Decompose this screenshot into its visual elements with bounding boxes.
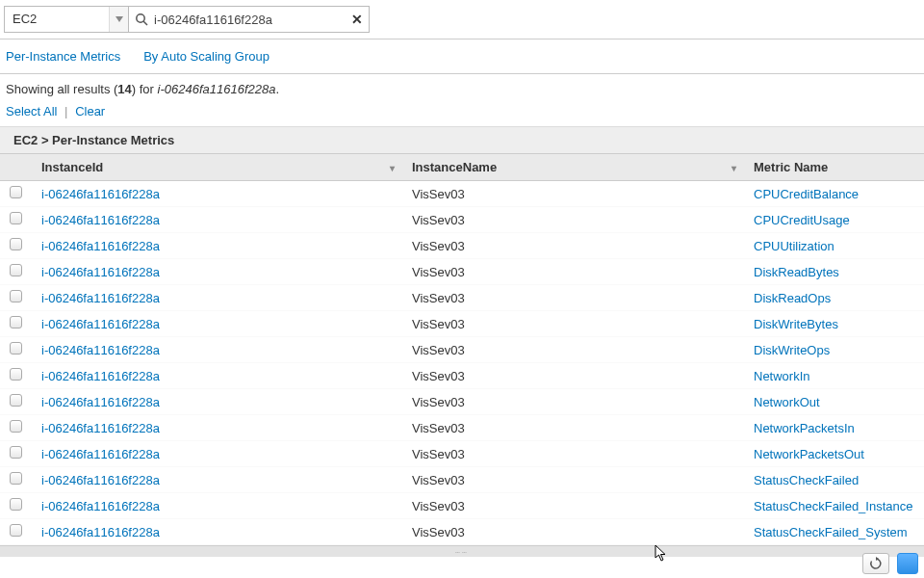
row-checkbox[interactable] bbox=[10, 446, 22, 459]
table-row[interactable]: i-06246fa11616f228aVisSev03DiskWriteOps bbox=[0, 337, 924, 363]
row-checkbox-cell bbox=[0, 415, 32, 441]
view-tabs: Per-Instance Metrics By Auto Scaling Gro… bbox=[0, 39, 924, 74]
cell-metric-name: DiskWriteOps bbox=[744, 337, 924, 363]
row-checkbox[interactable] bbox=[10, 342, 22, 355]
cell-instance-name: VisSev03 bbox=[402, 233, 744, 259]
row-checkbox[interactable] bbox=[10, 264, 22, 276]
row-checkbox-cell bbox=[0, 493, 32, 519]
metric-link[interactable]: CPUUtilization bbox=[754, 239, 834, 253]
table-header-row: InstanceId ▾ InstanceName ▾ Metric Name bbox=[0, 154, 924, 181]
svg-marker-0 bbox=[116, 16, 123, 22]
metric-link[interactable]: StatusCheckFailed_System bbox=[754, 525, 908, 539]
instance-id-link[interactable]: i-06246fa11616f228a bbox=[41, 499, 160, 513]
row-checkbox[interactable] bbox=[10, 498, 22, 511]
instance-id-link[interactable]: i-06246fa11616f228a bbox=[41, 239, 160, 253]
instance-id-link[interactable]: i-06246fa11616f228a bbox=[41, 213, 160, 227]
row-checkbox-cell bbox=[0, 311, 32, 337]
header-metric-name[interactable]: Metric Name bbox=[744, 154, 924, 181]
instance-id-link[interactable]: i-06246fa11616f228a bbox=[41, 525, 160, 539]
table-row[interactable]: i-06246fa11616f228aVisSev03DiskWriteByte… bbox=[0, 311, 924, 337]
row-checkbox-cell bbox=[0, 285, 32, 311]
horizontal-scrollbar[interactable]: ┄┄ bbox=[0, 545, 924, 557]
summary-mid: ) for bbox=[132, 82, 158, 96]
row-checkbox-cell bbox=[0, 233, 32, 259]
row-checkbox[interactable] bbox=[10, 186, 22, 198]
header-instance-name[interactable]: InstanceName ▾ bbox=[402, 154, 744, 181]
row-checkbox[interactable] bbox=[10, 238, 22, 250]
table-row[interactable]: i-06246fa11616f228aVisSev03NetworkPacket… bbox=[0, 415, 924, 441]
instance-id-link[interactable]: i-06246fa11616f228a bbox=[41, 369, 160, 383]
svg-point-1 bbox=[137, 14, 144, 22]
row-checkbox[interactable] bbox=[10, 524, 22, 537]
metric-link[interactable]: CPUCreditBalance bbox=[754, 187, 859, 201]
instance-id-link[interactable]: i-06246fa11616f228a bbox=[41, 343, 160, 357]
table-row[interactable]: i-06246fa11616f228aVisSev03CPUUtilizatio… bbox=[0, 233, 924, 259]
cell-instance-id: i-06246fa11616f228a bbox=[32, 311, 402, 337]
search-input[interactable] bbox=[154, 8, 346, 31]
row-checkbox[interactable] bbox=[10, 472, 22, 485]
header-instance-id[interactable]: InstanceId ▾ bbox=[32, 154, 402, 181]
row-checkbox-cell bbox=[0, 207, 32, 233]
metric-link[interactable]: NetworkIn bbox=[754, 369, 810, 383]
metric-link[interactable]: NetworkPacketsOut bbox=[754, 447, 864, 461]
metric-link[interactable]: StatusCheckFailed_Instance bbox=[754, 499, 912, 513]
table-row[interactable]: i-06246fa11616f228aVisSev03DiskReadBytes bbox=[0, 259, 924, 285]
table-row[interactable]: i-06246fa11616f228aVisSev03NetworkIn bbox=[0, 363, 924, 389]
table-row[interactable]: i-06246fa11616f228aVisSev03DiskReadOps bbox=[0, 285, 924, 311]
table-row[interactable]: i-06246fa11616f228aVisSev03StatusCheckFa… bbox=[0, 467, 924, 493]
instance-id-link[interactable]: i-06246fa11616f228a bbox=[41, 187, 160, 201]
metric-link[interactable]: NetworkOut bbox=[754, 395, 820, 409]
row-checkbox-cell bbox=[0, 363, 32, 389]
row-checkbox[interactable] bbox=[10, 316, 22, 328]
table-row[interactable]: i-06246fa11616f228aVisSev03NetworkPacket… bbox=[0, 441, 924, 467]
chevron-down-icon: ▾ bbox=[732, 162, 736, 172]
instance-id-link[interactable]: i-06246fa11616f228a bbox=[41, 395, 160, 409]
row-checkbox[interactable] bbox=[10, 394, 22, 407]
clear-search-icon[interactable]: ✕ bbox=[346, 12, 369, 27]
tab-per-instance-metrics[interactable]: Per-Instance Metrics bbox=[6, 49, 120, 64]
row-checkbox[interactable] bbox=[10, 368, 22, 381]
row-checkbox[interactable] bbox=[10, 420, 22, 433]
row-checkbox[interactable] bbox=[10, 212, 22, 224]
metric-link[interactable]: CPUCreditUsage bbox=[754, 213, 850, 227]
table-row[interactable]: i-06246fa11616f228aVisSev03CPUCreditBala… bbox=[0, 181, 924, 207]
table-row[interactable]: i-06246fa11616f228aVisSev03CPUCreditUsag… bbox=[0, 207, 924, 233]
namespace-dropdown[interactable]: EC2 bbox=[4, 6, 129, 33]
summary-suffix: . bbox=[275, 82, 279, 96]
metric-link[interactable]: DiskWriteOps bbox=[754, 343, 830, 357]
cell-metric-name: CPUUtilization bbox=[744, 233, 924, 259]
cell-instance-id: i-06246fa11616f228a bbox=[32, 493, 402, 519]
namespace-label: EC2 bbox=[5, 7, 109, 32]
instance-id-link[interactable]: i-06246fa11616f228a bbox=[41, 421, 160, 435]
clear-link[interactable]: Clear bbox=[75, 104, 105, 118]
instance-id-link[interactable]: i-06246fa11616f228a bbox=[41, 317, 160, 331]
table-row[interactable]: i-06246fa11616f228aVisSev03StatusCheckFa… bbox=[0, 519, 924, 545]
table-row[interactable]: i-06246fa11616f228aVisSev03StatusCheckFa… bbox=[0, 493, 924, 519]
cell-instance-name: VisSev03 bbox=[402, 259, 744, 285]
metrics-table: InstanceId ▾ InstanceName ▾ Metric Name … bbox=[0, 153, 924, 545]
row-checkbox[interactable] bbox=[10, 290, 22, 302]
table-row[interactable]: i-06246fa11616f228aVisSev03NetworkOut bbox=[0, 389, 924, 415]
summary-query: i-06246fa11616f228a bbox=[158, 82, 276, 96]
instance-id-link[interactable]: i-06246fa11616f228a bbox=[41, 447, 160, 461]
primary-action-button[interactable] bbox=[897, 553, 918, 574]
metric-link[interactable]: DiskReadOps bbox=[754, 291, 831, 305]
cell-metric-name: StatusCheckFailed_Instance bbox=[744, 493, 924, 519]
results-actions: Select All | Clear bbox=[0, 100, 924, 126]
cell-instance-name: VisSev03 bbox=[402, 311, 744, 337]
cell-instance-id: i-06246fa11616f228a bbox=[32, 415, 402, 441]
cell-metric-name: NetworkIn bbox=[744, 363, 924, 389]
select-all-link[interactable]: Select All bbox=[6, 104, 57, 118]
cell-instance-id: i-06246fa11616f228a bbox=[32, 519, 402, 545]
instance-id-link[interactable]: i-06246fa11616f228a bbox=[41, 473, 160, 487]
refresh-button[interactable] bbox=[862, 553, 889, 574]
instance-id-link[interactable]: i-06246fa11616f228a bbox=[41, 265, 160, 279]
cell-metric-name: NetworkPacketsOut bbox=[744, 441, 924, 467]
cell-instance-id: i-06246fa11616f228a bbox=[32, 207, 402, 233]
metric-link[interactable]: StatusCheckFailed bbox=[754, 473, 859, 487]
instance-id-link[interactable]: i-06246fa11616f228a bbox=[41, 291, 160, 305]
tab-by-auto-scaling-group[interactable]: By Auto Scaling Group bbox=[143, 49, 270, 64]
metric-link[interactable]: NetworkPacketsIn bbox=[754, 421, 855, 435]
metric-link[interactable]: DiskReadBytes bbox=[754, 265, 839, 279]
metric-link[interactable]: DiskWriteBytes bbox=[754, 317, 838, 331]
